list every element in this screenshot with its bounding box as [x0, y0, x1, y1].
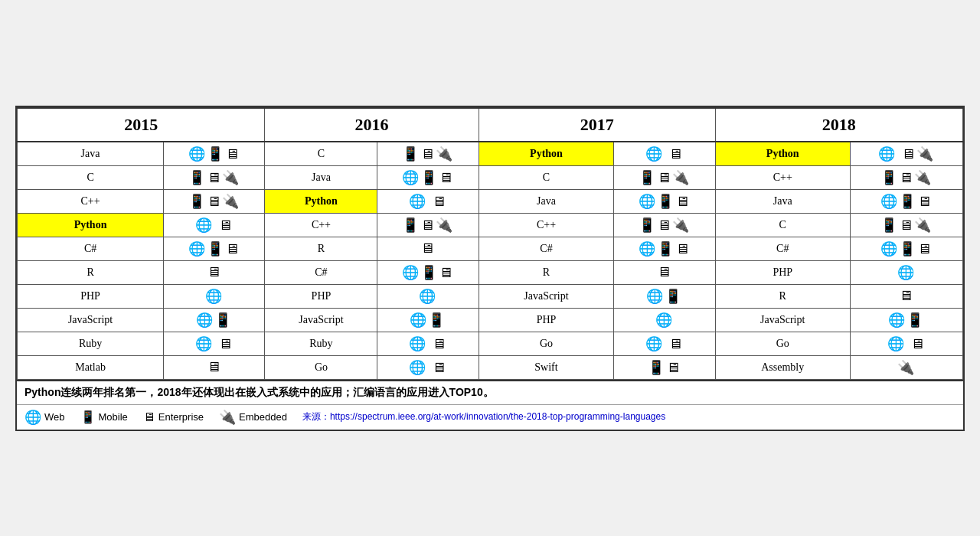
- lang-cell: C: [715, 213, 850, 237]
- lang-cell: R: [715, 284, 850, 308]
- lang-cell: C#: [715, 237, 850, 260]
- icons-cell: 🌐📱🖥: [164, 237, 265, 260]
- legend-mobile: 📱 Mobile: [80, 410, 128, 424]
- rankings-table: 2015 2016 2017 2018 Java🌐📱🖥C📱🖥🔌Python🌐 🖥…: [17, 107, 963, 380]
- icons-cell: 🖥: [850, 284, 962, 308]
- lang-cell: C++: [715, 165, 850, 189]
- lang-cell: R: [265, 237, 377, 260]
- icons-cell: 📱🖥🔌: [850, 213, 962, 237]
- legend-source[interactable]: 来源：https://spectrum.ieee.org/at-work/inn…: [302, 410, 665, 423]
- icons-cell: 🌐📱🖥: [614, 237, 715, 260]
- embedded-icon: 🔌: [219, 409, 236, 426]
- lang-cell: JavaScript: [715, 308, 850, 332]
- main-container: 2015 2016 2017 2018 Java🌐📱🖥C📱🖥🔌Python🌐 🖥…: [15, 106, 965, 431]
- lang-cell: Java: [18, 142, 164, 166]
- icons-cell: 🖥: [164, 355, 265, 379]
- icons-cell: 📱🖥: [614, 355, 715, 379]
- icons-cell: 🌐📱: [614, 284, 715, 308]
- lang-cell: C#: [18, 237, 164, 260]
- icons-cell: 📱🖥🔌: [377, 213, 479, 237]
- icons-cell: 🌐 🖥: [377, 332, 479, 355]
- lang-cell: Go: [479, 332, 613, 355]
- icons-cell: 📱🖥🔌: [164, 189, 265, 213]
- lang-cell: Swift: [479, 355, 613, 379]
- enterprise-label: Enterprise: [158, 411, 204, 423]
- lang-cell: C#: [265, 260, 377, 284]
- lang-cell: Assembly: [715, 355, 850, 379]
- lang-cell: Java: [479, 189, 613, 213]
- icons-cell: 🌐📱🖥: [850, 237, 962, 260]
- lang-cell: PHP: [479, 308, 613, 332]
- lang-cell: C++: [479, 213, 613, 237]
- source-link[interactable]: 来源：https://spectrum.ieee.org/at-work/inn…: [302, 410, 665, 423]
- icons-cell: 🖥: [377, 237, 479, 260]
- icons-cell: 📱🖥🔌: [850, 165, 962, 189]
- legend-embedded: 🔌 Embedded: [219, 409, 287, 426]
- mobile-icon: 📱: [80, 410, 96, 424]
- icons-cell: 🌐: [377, 284, 479, 308]
- lang-cell: Go: [265, 355, 377, 379]
- icons-cell: 🌐: [164, 284, 265, 308]
- icons-cell: 🌐📱🖥: [614, 189, 715, 213]
- web-icon: 🌐: [24, 409, 41, 426]
- lang-cell: Python: [18, 213, 164, 237]
- icons-cell: 🌐: [850, 260, 962, 284]
- lang-cell: Java: [715, 189, 850, 213]
- year-2017-header: 2017: [479, 108, 715, 142]
- lang-cell: C#: [479, 237, 613, 260]
- lang-cell: C: [479, 165, 613, 189]
- icons-cell: 📱🖥🔌: [164, 165, 265, 189]
- icons-cell: 🌐📱🖥: [377, 260, 479, 284]
- legend-row: 🌐 Web 📱 Mobile 🖥 Enterprise 🔌 Embedded 来…: [17, 404, 963, 430]
- lang-cell: Python: [479, 142, 613, 166]
- icons-cell: 🌐📱: [850, 308, 962, 332]
- lang-cell: PHP: [18, 284, 164, 308]
- lang-cell: Matlab: [18, 355, 164, 379]
- icons-cell: 🌐 🖥: [164, 332, 265, 355]
- lang-cell: R: [18, 260, 164, 284]
- icons-cell: 🌐 🖥: [377, 189, 479, 213]
- icons-cell: 🖥: [614, 260, 715, 284]
- lang-cell: C++: [265, 213, 377, 237]
- mobile-label: Mobile: [99, 411, 128, 423]
- lang-cell: Ruby: [18, 332, 164, 355]
- enterprise-icon: 🖥: [143, 410, 155, 424]
- icons-cell: 🌐: [614, 308, 715, 332]
- icons-cell: 🌐 🖥🔌: [850, 142, 962, 166]
- legend-enterprise: 🖥 Enterprise: [143, 410, 204, 424]
- icons-cell: 📱🖥🔌: [614, 165, 715, 189]
- lang-cell: R: [479, 260, 613, 284]
- icons-cell: 🌐 🖥: [850, 332, 962, 355]
- icons-cell: 🔌: [850, 355, 962, 379]
- lang-cell: Python: [265, 189, 377, 213]
- icons-cell: 📱🖥🔌: [377, 142, 479, 166]
- year-2015-header: 2015: [18, 108, 265, 142]
- lang-cell: Python: [715, 142, 850, 166]
- lang-cell: PHP: [715, 260, 850, 284]
- lang-cell: C: [18, 165, 164, 189]
- lang-cell: Go: [715, 332, 850, 355]
- legend-web: 🌐 Web: [24, 409, 65, 426]
- icons-cell: 🌐 🖥: [164, 213, 265, 237]
- icons-cell: 📱🖥🔌: [614, 213, 715, 237]
- lang-cell: JavaScript: [18, 308, 164, 332]
- web-label: Web: [44, 411, 65, 423]
- lang-cell: C++: [18, 189, 164, 213]
- lang-cell: Ruby: [265, 332, 377, 355]
- lang-cell: JavaScript: [479, 284, 613, 308]
- lang-cell: JavaScript: [265, 308, 377, 332]
- icons-cell: 🌐 🖥: [377, 355, 479, 379]
- lang-cell: Java: [265, 165, 377, 189]
- lang-cell: PHP: [265, 284, 377, 308]
- icons-cell: 🌐 🖥: [614, 332, 715, 355]
- year-2018-header: 2018: [715, 108, 962, 142]
- icons-cell: 🖥: [164, 260, 265, 284]
- icons-cell: 🌐📱: [164, 308, 265, 332]
- footer-note: Python连续两年排名第一，2018年还体现出在嵌入式系统中的应用；汇编语言的…: [17, 380, 963, 404]
- icons-cell: 🌐📱: [377, 308, 479, 332]
- lang-cell: C: [265, 142, 377, 166]
- year-2016-header: 2016: [265, 108, 479, 142]
- icons-cell: 🌐 🖥: [614, 142, 715, 166]
- embedded-label: Embedded: [239, 411, 287, 423]
- icons-cell: 🌐📱🖥: [850, 189, 962, 213]
